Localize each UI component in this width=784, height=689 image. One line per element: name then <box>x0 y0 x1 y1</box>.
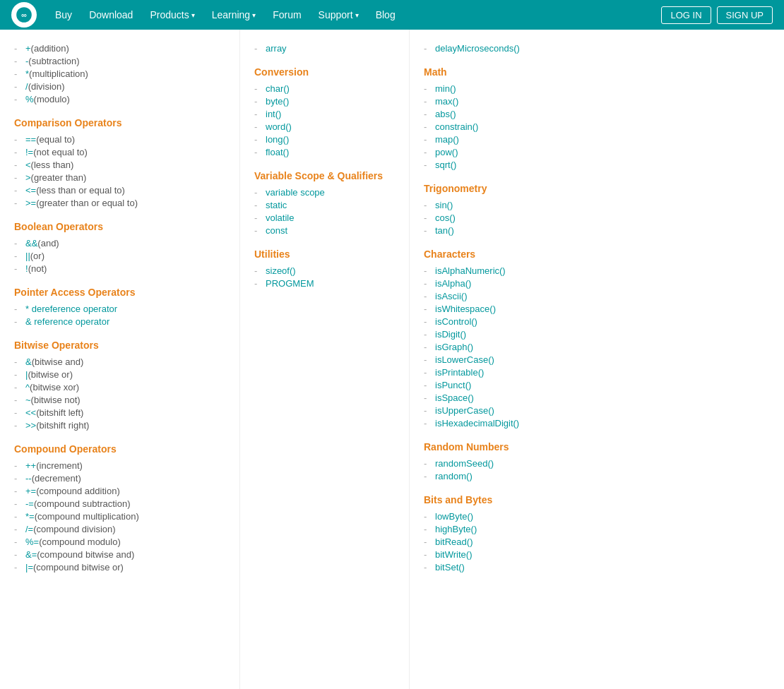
compound-list: -++ (increment) --- (decrement) -+= (com… <box>14 460 225 573</box>
fn-constrain[interactable]: constrain() <box>435 121 478 132</box>
fn-islowercase[interactable]: isLowerCase() <box>435 354 494 365</box>
fn-isalphanum[interactable]: isAlphaNumeric() <box>435 265 506 276</box>
list-item: -float() <box>254 147 395 157</box>
nav-learning[interactable]: Learning ▾ <box>205 6 263 23</box>
scope-title: Variable Scope & Qualifiers <box>254 170 395 181</box>
fn-word[interactable]: word() <box>266 121 292 132</box>
kw-array[interactable]: array <box>266 43 287 54</box>
fn-pow[interactable]: pow() <box>435 147 458 157</box>
list-item: -isDigit() <box>424 329 770 340</box>
op-gt[interactable]: > <box>25 172 31 183</box>
list-item: -long() <box>254 134 395 145</box>
fn-ishexdigit[interactable]: isHexadecimalDigit() <box>435 418 519 429</box>
fn-char[interactable]: char() <box>266 83 290 94</box>
list-item: -max() <box>424 96 770 107</box>
op-bitandassign[interactable]: &= <box>25 549 37 560</box>
list-item: -!= (not equal to) <box>14 147 225 157</box>
fn-highbyte[interactable]: highByte() <box>435 524 477 534</box>
nav-buy[interactable]: Buy <box>48 6 79 23</box>
op-or[interactable]: || <box>25 251 30 261</box>
fn-random[interactable]: random() <box>435 471 473 481</box>
fn-map[interactable]: map() <box>435 134 459 145</box>
fn-isdigit[interactable]: isDigit() <box>435 329 466 340</box>
op-bitnot[interactable]: ~ <box>25 395 31 405</box>
fn-isuppercase[interactable]: isUpperCase() <box>435 405 494 416</box>
nav-forum[interactable]: Forum <box>266 6 308 23</box>
list-item: -isAscii() <box>424 291 770 301</box>
list-item: ->> (bitshift right) <box>14 420 225 431</box>
nav-support[interactable]: Support ▾ <box>311 6 366 23</box>
list-item: --- (decrement) <box>14 473 225 484</box>
op-dec[interactable]: -- <box>25 473 32 484</box>
bitwise-list: -& (bitwise and) -| (bitwise or) -^ (bit… <box>14 357 225 431</box>
op-inc[interactable]: ++ <box>25 460 36 471</box>
fn-sqrt[interactable]: sqrt() <box>435 160 456 170</box>
fn-ispunct[interactable]: isPunct() <box>435 380 471 390</box>
fn-delaymicros[interactable]: delayMicroseconds() <box>435 43 520 54</box>
fn-int[interactable]: int() <box>266 109 281 119</box>
fn-abs[interactable]: abs() <box>435 109 456 119</box>
op-ref[interactable]: & reference operator <box>25 316 109 327</box>
login-button[interactable]: LOG IN <box>661 6 711 24</box>
fn-randomseed[interactable]: randomSeed() <box>435 458 494 469</box>
op-gte[interactable]: >= <box>25 198 36 208</box>
fn-bitread[interactable]: bitRead() <box>435 537 473 547</box>
kw-const[interactable]: const <box>266 225 287 236</box>
op-shr[interactable]: >> <box>25 420 36 431</box>
op-and[interactable]: && <box>25 238 37 248</box>
conversion-list: -char() -byte() -int() -word() -long() -… <box>254 83 395 157</box>
kw-progmem[interactable]: PROGMEM <box>266 278 314 289</box>
nav-blog[interactable]: Blog <box>369 6 403 23</box>
op-bitorassign[interactable]: |= <box>25 562 33 573</box>
list-item: -abs() <box>424 109 770 119</box>
list-item: -*= (compound multiplication) <box>14 511 225 522</box>
kw-varscope[interactable]: variable scope <box>266 187 325 198</box>
list-item: -& reference operator <box>14 316 225 327</box>
fn-sizeof[interactable]: sizeof() <box>266 265 296 276</box>
op-mulassign[interactable]: *= <box>25 511 35 522</box>
fn-isspace[interactable]: isSpace() <box>435 393 474 403</box>
op-lte[interactable]: <= <box>25 185 36 196</box>
op-subassign[interactable]: -= <box>25 498 34 509</box>
list-item: -isLowerCase() <box>424 354 770 365</box>
op-modulo[interactable]: % <box>25 94 34 104</box>
fn-isalpha[interactable]: isAlpha() <box>435 278 471 289</box>
op-shl[interactable]: << <box>25 407 36 418</box>
list-item: -isUpperCase() <box>424 405 770 416</box>
signup-button[interactable]: SIGN UP <box>717 6 773 24</box>
fn-isgraph[interactable]: isGraph() <box>435 342 473 352</box>
fn-isprintable[interactable]: isPrintable() <box>435 367 484 378</box>
list-item: -%= (compound modulo) <box>14 537 225 547</box>
fn-lowbyte[interactable]: lowByte() <box>435 511 473 522</box>
fn-byte[interactable]: byte() <box>266 96 289 107</box>
nav-products[interactable]: Products ▾ <box>143 6 201 23</box>
kw-volatile[interactable]: volatile <box>266 212 294 223</box>
op-eq[interactable]: == <box>25 134 36 145</box>
fn-long[interactable]: long() <box>266 134 289 145</box>
op-plus[interactable]: + <box>25 43 31 54</box>
op-divassign[interactable]: /= <box>25 524 33 534</box>
kw-static[interactable]: static <box>266 200 287 210</box>
arduino-logo[interactable]: ∞ <box>11 2 37 28</box>
nav-auth: LOG IN SIGN UP <box>661 6 773 24</box>
fn-sin[interactable]: sin() <box>435 200 453 210</box>
fn-isascii[interactable]: isAscii() <box>435 291 468 301</box>
fn-bitwrite[interactable]: bitWrite() <box>435 549 472 560</box>
list-item: -isPrintable() <box>424 367 770 378</box>
op-neq[interactable]: != <box>25 147 33 157</box>
op-lt[interactable]: < <box>25 160 31 170</box>
nav-download[interactable]: Download <box>82 6 140 23</box>
fn-bitset[interactable]: bitSet() <box>435 562 465 573</box>
fn-tan[interactable]: tan() <box>435 225 454 236</box>
fn-cos[interactable]: cos() <box>435 212 456 223</box>
fn-iswhitespace[interactable]: isWhitespace() <box>435 304 496 314</box>
op-bitand[interactable]: & <box>25 357 32 367</box>
fn-iscontrol[interactable]: isControl() <box>435 316 477 327</box>
op-deref[interactable]: * dereference operator <box>25 304 117 314</box>
list-item: ->= (greater than or equal to) <box>14 198 225 208</box>
fn-min[interactable]: min() <box>435 83 456 94</box>
fn-max[interactable]: max() <box>435 96 458 107</box>
op-addassign[interactable]: += <box>25 486 36 496</box>
op-modassign[interactable]: %= <box>25 537 39 547</box>
fn-float[interactable]: float() <box>266 147 289 157</box>
